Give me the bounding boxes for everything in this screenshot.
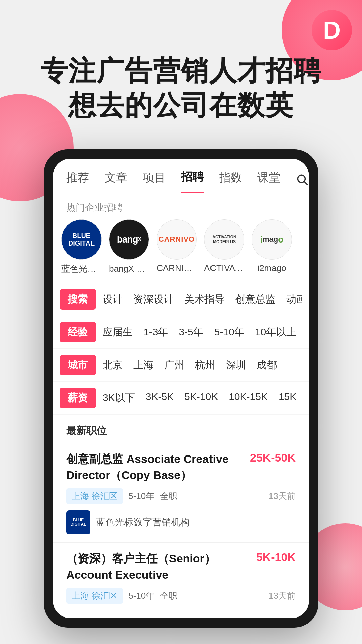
filter-option-shanghai[interactable]: 上海	[133, 358, 154, 372]
company-name-bangx: bangX 上海	[109, 263, 149, 275]
company-logo-imago: imago	[252, 219, 292, 260]
company-name-carnivo: CARNIVO...	[157, 263, 197, 273]
filter-tag-experience[interactable]: 经验	[60, 322, 96, 342]
filter-option-beijing[interactable]: 北京	[103, 358, 123, 372]
filter-option-animation[interactable]: 动画	[286, 292, 302, 306]
job-1-meta: 上海 徐汇区 5-10年 全职 13天前	[66, 488, 296, 504]
filter-row-salary: 薪资 3K以下 3K-5K 5K-10K 10K-15K 15K	[53, 382, 309, 415]
filter-option-15kplus[interactable]: 15K	[279, 391, 296, 405]
company-item-carnivo[interactable]: CARNIVO CARNIVO...	[155, 219, 198, 273]
hero-line1: 专注广告营销人才招聘	[40, 55, 322, 86]
filter-option-5-10k[interactable]: 5K-10K	[184, 391, 218, 405]
companies-row: BLUEDIGITAL 蓝色光标... bangX bangX 上海 CARNI…	[53, 219, 309, 283]
job-2-location: 上海 徐汇区	[66, 588, 123, 604]
company-logo-bangx: bangX	[109, 219, 149, 260]
filter-option-senior-design[interactable]: 资深设计	[133, 292, 174, 306]
filter-option-10-15k[interactable]: 10K-15K	[229, 391, 268, 405]
company-logo-activation: ACTIVATIONMODEPLUS	[204, 219, 244, 260]
company-item-imago[interactable]: imago i2mago	[250, 219, 294, 273]
job-1-experience: 5-10年	[128, 490, 155, 502]
job-2-title: （资深）客户主任（Senior）Account Executive	[66, 551, 256, 583]
search-icon[interactable]	[296, 173, 308, 189]
job-card-1[interactable]: 创意副总监 Associate Creative Director（Copy B…	[53, 443, 309, 543]
job-1-type: 全职	[160, 490, 177, 502]
company-name-blue-digital: 蓝色光标...	[61, 263, 102, 275]
filter-options-salary: 3K以下 3K-5K 5K-10K 10K-15K 15K	[103, 391, 296, 405]
filter-option-under3k[interactable]: 3K以下	[103, 391, 135, 405]
filter-tag-search[interactable]: 搜索	[60, 289, 96, 310]
filter-tag-city[interactable]: 城市	[60, 355, 96, 375]
filter-option-fresh[interactable]: 应届生	[103, 325, 133, 339]
filter-option-10plus[interactable]: 10年以上	[255, 325, 296, 339]
latest-positions-title: 最新职位	[53, 415, 309, 443]
filter-options-search: 设计 资深设计 美术指导 创意总监 动画	[103, 292, 302, 306]
job-1-location: 上海 徐汇区	[66, 488, 123, 504]
nav-item-project[interactable]: 项目	[143, 170, 166, 192]
job-card-2[interactable]: （资深）客户主任（Senior）Account Executive 5K-10K…	[53, 543, 309, 618]
filter-option-shenzhen[interactable]: 深圳	[226, 358, 246, 372]
nav-item-jobs[interactable]: 招聘	[181, 169, 204, 193]
filter-option-1-3[interactable]: 1-3年	[143, 325, 168, 339]
hero-line2: 想去的公司在数英	[68, 90, 294, 120]
nav-item-article[interactable]: 文章	[105, 170, 127, 192]
job-1-posted: 13天前	[268, 490, 296, 502]
filter-row-city: 城市 北京 上海 广州 杭州 深圳 成都	[53, 349, 309, 382]
filter-option-design[interactable]: 设计	[103, 292, 123, 306]
job-1-title: 创意副总监 Associate Creative Director（Copy B…	[66, 451, 250, 483]
job-2-salary: 5K-10K	[256, 551, 296, 564]
nav-item-recommend[interactable]: 推荐	[66, 170, 89, 192]
company-logo-carnivo: CARNIVO	[157, 219, 197, 260]
job-2-experience: 5-10年	[128, 590, 155, 602]
filter-option-3-5[interactable]: 3-5年	[179, 325, 203, 339]
company-item-activation[interactable]: ACTIVATIONMODEPLUS ACTIVATIO...	[202, 219, 246, 273]
app-logo: D	[312, 10, 352, 50]
job-2-title-row: （资深）客户主任（Senior）Account Executive 5K-10K	[66, 551, 296, 583]
filter-tag-salary[interactable]: 薪资	[60, 388, 96, 408]
job-1-company-logo: BLUEDIGITAL	[66, 510, 90, 534]
filter-row-search: 搜索 设计 资深设计 美术指导 创意总监 动画	[53, 283, 309, 316]
job-1-company: BLUEDIGITAL 蓝色光标数字营销机构	[66, 510, 296, 534]
filter-options-city: 北京 上海 广州 杭州 深圳 成都	[103, 358, 277, 372]
company-logo-blue-digital: BLUEDIGITAL	[61, 219, 102, 260]
filter-option-art-director[interactable]: 美术指导	[184, 292, 225, 306]
svg-line-1	[304, 182, 307, 185]
job-2-meta: 上海 徐汇区 5-10年 全职 13天前	[66, 588, 296, 604]
phone-mockup: 推荐 文章 项目 招聘 指数 课堂 热门企业招聘 BLUEDIGI	[37, 149, 325, 628]
phone-frame: 推荐 文章 项目 招聘 指数 课堂 热门企业招聘 BLUEDIGI	[44, 149, 318, 628]
job-1-company-name: 蓝色光标数字营销机构	[96, 516, 190, 529]
filter-option-5-10[interactable]: 5-10年	[214, 325, 244, 339]
job-1-salary: 25K-50K	[250, 451, 296, 464]
nav-item-course[interactable]: 课堂	[257, 170, 280, 192]
filter-option-3-5k[interactable]: 3K-5K	[146, 391, 174, 405]
hot-companies-label: 热门企业招聘	[53, 193, 309, 219]
filter-option-hangzhou[interactable]: 杭州	[195, 358, 215, 372]
nav-item-index[interactable]: 指数	[219, 170, 242, 192]
phone-screen: 推荐 文章 项目 招聘 指数 课堂 热门企业招聘 BLUEDIGI	[53, 159, 309, 618]
app-navigation: 推荐 文章 项目 招聘 指数 课堂	[53, 159, 309, 193]
company-name-imago: i2mago	[257, 263, 286, 273]
hero-section: 专注广告营销人才招聘 想去的公司在数英	[0, 0, 362, 122]
job-1-title-row: 创意副总监 Associate Creative Director（Copy B…	[66, 451, 296, 483]
job-2-posted: 13天前	[268, 590, 296, 602]
job-2-type: 全职	[160, 590, 177, 602]
filter-row-experience: 经验 应届生 1-3年 3-5年 5-10年 10年以上	[53, 316, 309, 349]
filter-option-chengdu[interactable]: 成都	[257, 358, 277, 372]
company-item-blue-digital[interactable]: BLUEDIGITAL 蓝色光标...	[60, 219, 103, 275]
filter-option-guangzhou[interactable]: 广州	[164, 358, 184, 372]
company-item-bangx[interactable]: bangX bangX 上海	[107, 219, 151, 275]
company-name-activation: ACTIVATIO...	[204, 263, 244, 273]
filter-options-experience: 应届生 1-3年 3-5年 5-10年 10年以上	[103, 325, 296, 339]
filter-option-creative-director[interactable]: 创意总监	[235, 292, 276, 306]
